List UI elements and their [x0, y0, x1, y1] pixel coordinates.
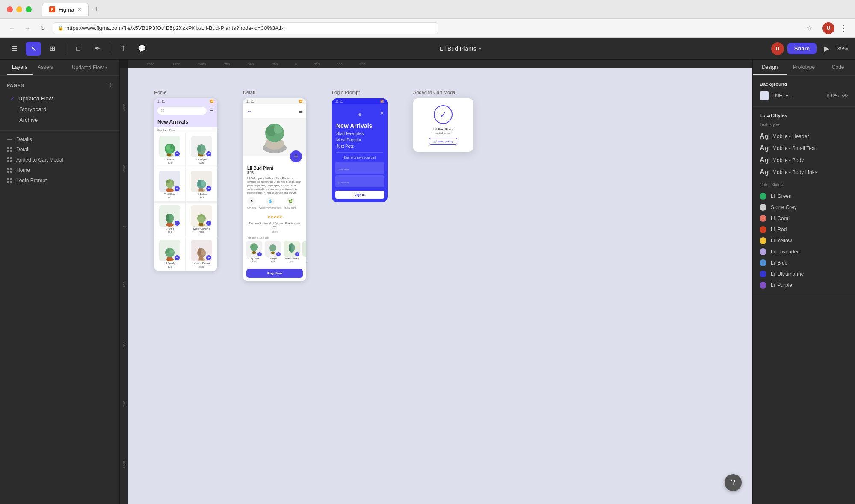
help-button[interactable]: ? — [725, 474, 742, 491]
color-item-6[interactable]: Lil Blue — [760, 257, 848, 268]
plant-cell-2[interactable]: + Tiny Plant $15 — [154, 168, 186, 202]
mini-add-btn-1[interactable]: + — [276, 252, 281, 256]
color-item-0[interactable]: Lil Green — [760, 191, 848, 202]
plant-cell-7[interactable]: + Missus Bloom $25 — [186, 237, 218, 271]
hamburger-menu-btn[interactable]: ☰ — [7, 42, 22, 56]
pen-tool-btn[interactable]: ✒ — [89, 42, 105, 56]
minimize-window-btn[interactable] — [16, 6, 22, 12]
plant-cell-0[interactable]: + Lil Bud $25 — [154, 133, 186, 167]
add-page-button[interactable]: + — [108, 81, 112, 90]
bg-hex-value[interactable]: D9E1F1 — [772, 93, 822, 99]
zoom-level-display[interactable]: 35% — [837, 45, 848, 52]
plant-add-btn-4[interactable]: + — [175, 221, 180, 226]
cursor-tool-btn[interactable]: ↖ — [26, 42, 41, 56]
sign-in-button[interactable]: Sign in — [335, 191, 384, 199]
color-item-1[interactable]: Stone Grey — [760, 202, 848, 213]
plant-add-btn-3[interactable]: + — [206, 186, 211, 191]
layer-added-to-cart[interactable]: Added to Cart Modal — [0, 155, 119, 165]
mini-add-btn-2[interactable]: + — [295, 252, 299, 256]
tab-design[interactable]: Design — [753, 60, 787, 75]
plant-add-btn-0[interactable]: + — [175, 151, 180, 156]
cart-modal-inner[interactable]: ✓ Lil Bud Plant added to cart 🛒 View Car… — [413, 98, 473, 152]
color-item-8[interactable]: Lil Purple — [760, 280, 848, 291]
visibility-toggle-icon[interactable]: 👁 — [842, 92, 848, 99]
tab-code[interactable]: Code — [821, 60, 855, 75]
login-staff-fav[interactable]: Staff Favorites — [332, 130, 388, 137]
buy-now-button[interactable]: Buy Now — [246, 269, 303, 278]
mini-product-1[interactable]: + Lil Roger $35 — [264, 241, 281, 265]
plant-add-btn-7[interactable]: + — [206, 255, 211, 260]
home-search-bar[interactable] — [157, 107, 207, 115]
tab-close-icon[interactable]: ✕ — [77, 7, 81, 12]
plant-cell-1[interactable]: + Lil Roger $35 — [186, 133, 218, 167]
comment-tool-btn[interactable]: 💬 — [134, 42, 150, 56]
username-input[interactable]: username — [335, 162, 384, 174]
style-item-1[interactable]: Ag Mobile - Small Text — [760, 142, 848, 154]
mini-add-btn-0[interactable]: + — [257, 252, 262, 256]
plant-add-btn-2[interactable]: + — [175, 186, 180, 191]
layer-details[interactable]: Details — [0, 134, 119, 144]
view-cart-button[interactable]: 🛒 View Cart (1) — [429, 138, 458, 145]
home-phone-frame[interactable]: 11:11 📶 ☰ — [154, 98, 217, 271]
login-just-pots[interactable]: Just Pots — [332, 143, 388, 152]
plant-cell-3[interactable]: + Lil Reina $25 — [186, 168, 218, 202]
tab-assets[interactable]: Assets — [33, 60, 58, 75]
style-item-3[interactable]: Ag Mobile - Body Links — [760, 166, 848, 178]
plant-cell-5[interactable]: + Mister Jenkins $30 — [186, 202, 218, 236]
mini-product-2[interactable]: + Mister Jenkins $30 — [283, 241, 300, 265]
text-tool-btn[interactable]: T — [115, 42, 131, 56]
plant-add-btn-5[interactable]: + — [206, 221, 211, 226]
browser-menu-icon[interactable]: ⋮ — [840, 24, 848, 33]
refresh-button[interactable]: ↻ — [38, 23, 48, 33]
password-input[interactable]: password — [335, 175, 384, 187]
mini-product-3[interactable]: + Medium Succulent $22 — [302, 241, 306, 265]
style-item-0[interactable]: Ag Mobile - Header — [760, 130, 848, 142]
shape-tool-btn[interactable]: □ — [71, 42, 86, 56]
layer-login-prompt[interactable]: Login Prompt — [0, 175, 119, 186]
page-item-archive[interactable]: Archive — [7, 115, 112, 125]
share-button[interactable]: Share — [787, 43, 817, 54]
tab-layers[interactable]: Layers — [7, 60, 33, 75]
layer-detail[interactable]: Detail — [0, 144, 119, 155]
page-item-storyboard[interactable]: Storyboard — [7, 104, 112, 115]
browser-tab-figma[interactable]: F Figma ✕ — [42, 3, 89, 16]
detail-add-fab[interactable]: + — [290, 150, 302, 162]
back-button[interactable]: ← — [7, 23, 17, 33]
maximize-window-btn[interactable] — [26, 6, 32, 12]
tab-prototype[interactable]: Prototype — [787, 60, 821, 75]
figma-document-title[interactable]: Lil Bud Plants ▾ — [153, 45, 768, 52]
play-button[interactable]: ▶ — [820, 42, 834, 56]
tab-updated-flow[interactable]: Updated Flow ▾ — [67, 60, 112, 75]
browser-user-avatar[interactable]: U — [822, 22, 834, 34]
bookmark-star-icon[interactable]: ☆ — [806, 24, 812, 32]
login-most-popular[interactable]: Most Popular — [332, 137, 388, 143]
back-icon[interactable]: ← — [246, 108, 252, 115]
user-avatar[interactable]: U — [771, 42, 784, 55]
color-item-2[interactable]: Lil Coral — [760, 213, 848, 224]
new-tab-button[interactable]: + — [90, 3, 102, 15]
close-window-btn[interactable] — [7, 6, 13, 12]
mini-product-0[interactable]: + Tiny Plant $20 — [246, 241, 263, 265]
color-item-3[interactable]: Lil Red — [760, 224, 848, 235]
color-item-4[interactable]: Lil Yellow — [760, 235, 848, 246]
plant-cell-4[interactable]: + Lil Stud $33 — [154, 202, 186, 236]
canvas-content[interactable]: Home 11:11 📶 — [128, 68, 752, 504]
bg-color-swatch[interactable] — [760, 91, 769, 100]
plant-add-btn-1[interactable]: + — [206, 151, 211, 156]
detail-menu-icon[interactable]: ☰ — [299, 109, 303, 114]
address-bar[interactable]: 🔒 https://www.figma.com/file/x5VB1P3fOt4… — [53, 22, 438, 34]
color-item-7[interactable]: Lil Ultramarine — [760, 268, 848, 280]
plant-add-btn-6[interactable]: + — [175, 255, 180, 260]
frame-tool-btn[interactable]: ⊞ — [44, 42, 60, 56]
style-item-2[interactable]: Ag Mobile - Body — [760, 154, 848, 166]
layer-home[interactable]: Home — [0, 165, 119, 175]
page-item-updated-flow[interactable]: ✓ Updated Flow — [7, 93, 112, 104]
bg-opacity-value[interactable]: 100% — [825, 93, 839, 99]
detail-phone-frame[interactable]: 11:11 📶 ← ☰ — [243, 98, 306, 281]
login-phone-frame[interactable]: 11:11 📶 ✦ ✕ New Arrivals Staff Favorites — [332, 98, 388, 202]
close-icon[interactable]: ✕ — [380, 110, 384, 116]
canvas-area[interactable]: -1500 -1250 -1000 -750 -500 -250 0 250 5… — [120, 60, 752, 504]
forward-button[interactable]: → — [22, 23, 33, 33]
color-item-5[interactable]: Lil Lavender — [760, 246, 848, 257]
plant-cell-6[interactable]: + Lil Buddy $25 — [154, 237, 186, 271]
